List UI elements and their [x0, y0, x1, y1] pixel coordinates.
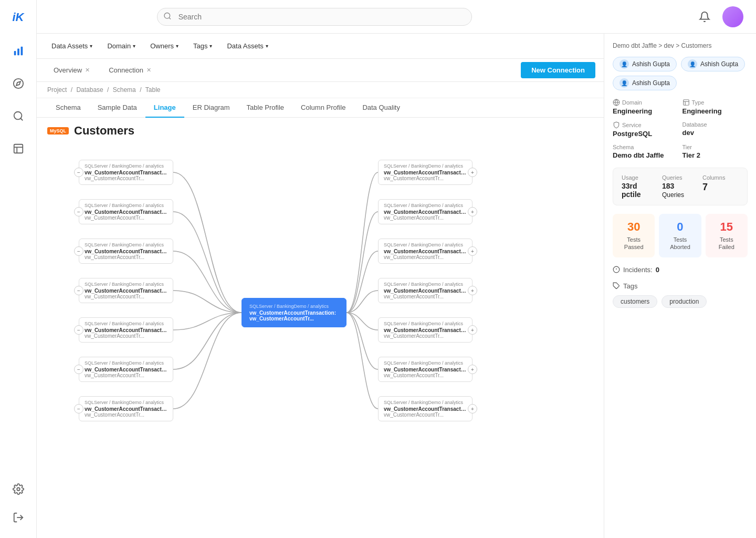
tests-aborted-count: 0 [663, 220, 697, 234]
svg-rect-7 [14, 144, 23, 153]
right-node-5[interactable]: + SQLServer / BankingDemo / analytics vw… [378, 357, 472, 382]
tags-section: Tags customers production [613, 282, 748, 308]
tab-sample-data[interactable]: Sample Data [89, 98, 145, 118]
expand-left-3[interactable]: − [74, 286, 83, 295]
tabs-row: Overview ✕ Connection ✕ New Connection [37, 59, 604, 82]
left-node-4[interactable]: − SQLServer / BankingDemo / analytics vw… [79, 317, 173, 343]
close-overview-icon[interactable]: ✕ [85, 67, 90, 74]
owner-chip-0[interactable]: 👤 Ashish Gupta [613, 57, 677, 71]
left-node-1[interactable]: − SQLServer / BankingDemo / analytics vw… [79, 199, 173, 224]
tag-chip-0[interactable]: customers [613, 295, 657, 308]
meta-service: Service PostgreSQL [613, 121, 678, 138]
tests-passed-label: Tests Passed [617, 236, 650, 251]
expand-right-5[interactable]: + [468, 365, 477, 374]
incidents-row: Incidents: 0 [613, 266, 748, 274]
expand-right-1[interactable]: + [468, 207, 477, 216]
right-node-6[interactable]: + SQLServer / BankingDemo / analytics vw… [378, 396, 472, 421]
sub-tabs: Schema Sample Data Linage ER Diagram Tab… [37, 98, 604, 118]
svg-rect-1 [17, 48, 19, 55]
center-node[interactable]: SQLServer / BankingDemo / analytics vw_C… [242, 298, 346, 327]
left-node-2[interactable]: − SQLServer / BankingDemo / analytics vw… [79, 239, 173, 264]
tag-chip-1[interactable]: production [662, 295, 707, 308]
tab-overview[interactable]: Overview ✕ [45, 62, 98, 78]
svg-line-6 [20, 118, 23, 120]
svg-point-3 [13, 79, 23, 88]
expand-left-2[interactable]: − [74, 246, 83, 256]
expand-right-0[interactable]: + [468, 168, 477, 177]
right-node-2[interactable]: + SQLServer / BankingDemo / analytics vw… [378, 239, 472, 264]
search-box [157, 8, 472, 26]
sidebar-item-data[interactable] [8, 139, 28, 159]
right-node-1[interactable]: + SQLServer / BankingDemo / analytics vw… [378, 199, 472, 224]
type-value: Engineering [682, 107, 748, 115]
nav-bar: Data Assets Domain Owners Tags Data Asse… [37, 34, 604, 59]
left-node-0[interactable]: − SQLServer / BankingDemo / analytics vw… [79, 160, 173, 185]
sidebar: iK [0, 0, 37, 538]
nav-owners[interactable]: Owners [144, 39, 185, 53]
tab-schema[interactable]: Schema [47, 98, 89, 118]
expand-left-1[interactable]: − [74, 207, 83, 216]
expand-left-4[interactable]: − [74, 325, 83, 335]
domain-value: Engineering [613, 107, 678, 115]
tab-connection[interactable]: Connection ✕ [100, 62, 160, 78]
owner-chip-2[interactable]: 👤 Ashish Gupta [613, 76, 677, 90]
notification-button[interactable] [695, 7, 714, 26]
meta-domain: Domain Engineering [613, 99, 678, 115]
expand-right-2[interactable]: + [468, 246, 477, 256]
incidents-count: 0 [656, 266, 659, 274]
search-input[interactable] [157, 8, 472, 26]
nav-domain[interactable]: Domain [101, 39, 142, 53]
right-breadcrumb: Demo dbt Jaffle > dev > Customers [613, 42, 748, 49]
svg-point-12 [164, 13, 170, 18]
nav-tags[interactable]: Tags [187, 39, 218, 53]
schema-value: Demo dbt Jaffle [613, 151, 678, 159]
right-node-3[interactable]: + SQLServer / BankingDemo / analytics vw… [378, 278, 472, 303]
app-logo[interactable]: iK [7, 6, 29, 28]
sidebar-item-compass[interactable] [8, 74, 28, 94]
table-title: Customers [74, 124, 134, 138]
expand-left-6[interactable]: − [74, 404, 83, 413]
right-node-4[interactable]: + SQLServer / BankingDemo / analytics vw… [378, 317, 472, 343]
tab-column-profile[interactable]: Column Profile [292, 98, 354, 118]
tag-icon [613, 282, 620, 289]
sidebar-item-analytics[interactable] [8, 41, 28, 61]
expand-left-5[interactable]: − [74, 365, 83, 374]
svg-rect-2 [20, 47, 23, 56]
expand-left-0[interactable]: − [74, 168, 83, 177]
close-connection-icon[interactable]: ✕ [146, 67, 151, 74]
tab-data-quality[interactable]: Data Quality [354, 98, 408, 118]
left-node-3[interactable]: − SQLServer / BankingDemo / analytics vw… [79, 278, 173, 303]
topbar-right [695, 6, 743, 27]
user-avatar[interactable] [722, 6, 743, 27]
main-container: Data Assets Domain Owners Tags Data Asse… [37, 0, 756, 538]
nav-data-assets-1[interactable]: Data Assets [45, 39, 99, 53]
owner-chip-1[interactable]: 👤 Ashish Gupta [681, 57, 745, 71]
tab-er-diagram[interactable]: ER Diagram [184, 98, 238, 118]
main-panel: Data Assets Domain Owners Tags Data Asse… [37, 34, 604, 538]
sidebar-item-logout[interactable] [8, 508, 28, 527]
sidebar-item-settings[interactable] [8, 479, 28, 499]
svg-point-5 [14, 112, 22, 120]
lineage-area: − SQLServer / BankingDemo / analytics vw… [37, 144, 604, 538]
breadcrumb: Project / Database / Schema / Table [37, 82, 604, 98]
tests-aborted-label: Tests Aborted [663, 236, 697, 251]
svg-marker-4 [16, 81, 20, 86]
right-panel: Demo dbt Jaffle > dev > Customers 👤 Ashi… [604, 34, 756, 538]
sidebar-bottom [8, 479, 28, 538]
nav-data-assets-2[interactable]: Data Assets [220, 39, 274, 53]
sidebar-item-search[interactable] [8, 106, 28, 126]
expand-right-3[interactable]: + [468, 286, 477, 295]
right-node-0[interactable]: + SQLServer / BankingDemo / analytics vw… [378, 160, 472, 185]
left-node-6[interactable]: − SQLServer / BankingDemo / analytics vw… [79, 396, 173, 421]
meta-type: Type Engineering [682, 99, 748, 115]
left-node-5[interactable]: − SQLServer / BankingDemo / analytics vw… [79, 357, 173, 382]
stats-box: Usage 33rd pctile Queries 183Queries Col… [613, 168, 748, 205]
svg-rect-0 [14, 51, 16, 55]
person-icon-2: 👤 [620, 78, 629, 88]
tab-linage[interactable]: Linage [145, 98, 184, 118]
expand-right-6[interactable]: + [468, 404, 477, 413]
new-connection-button[interactable]: New Connection [521, 62, 595, 78]
tab-table-profile[interactable]: Table Profile [238, 98, 293, 118]
expand-right-4[interactable]: + [468, 325, 477, 335]
meta-grid: Domain Engineering Type Engineering Serv… [613, 99, 748, 159]
